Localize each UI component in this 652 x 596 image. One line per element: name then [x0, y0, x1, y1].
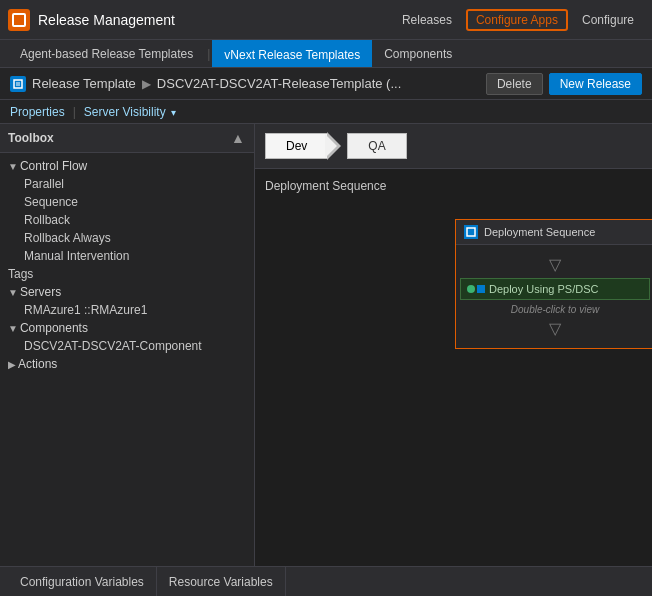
server-visibility-link[interactable]: Server Visibility ▾ [84, 105, 176, 119]
stage-tabs: Dev QA [255, 124, 652, 169]
dep-seq-header: Deployment Sequence [456, 220, 652, 245]
svg-rect-0 [14, 80, 22, 88]
tree-item-manual-intervention[interactable]: Manual Intervention [0, 247, 254, 265]
new-release-button[interactable]: New Release [549, 73, 642, 95]
props-sep: | [73, 105, 76, 119]
delete-button[interactable]: Delete [486, 73, 543, 95]
tree-item-rollback-always[interactable]: Rollback Always [0, 229, 254, 247]
deployment-label: Deployment Sequence [265, 179, 642, 193]
breadcrumb-prefix: Release Template [32, 76, 136, 91]
dep-arrow-bottom: ▽ [460, 319, 650, 338]
breadcrumb-name: DSCV2AT-DSCV2AT-ReleaseTemplate (... [157, 76, 480, 91]
top-bar: Release Management Releases Configure Ap… [0, 0, 652, 40]
tab-qa[interactable]: QA [347, 133, 406, 159]
toolbox-body: ▼ Control Flow Parallel Sequence Rollbac… [0, 153, 254, 566]
tree-item-rmazure1[interactable]: RMAzure1 ::RMAzure1 [0, 301, 254, 319]
tree-item-parallel[interactable]: Parallel [0, 175, 254, 193]
toolbox-panel: Toolbox ▲ ▼ Control Flow Parallel Sequen… [0, 124, 255, 566]
tree-item-servers[interactable]: ▼ Servers [0, 283, 254, 301]
nav-sep: | [205, 47, 212, 61]
release-template-icon [10, 76, 26, 92]
dep-item-label: Deploy Using PS/DSC [489, 283, 598, 295]
nav-configure-apps[interactable]: Configure Apps [466, 9, 568, 31]
bottom-bar: Configuration Variables Resource Variabl… [0, 566, 652, 596]
deployment-sequence-box: Deployment Sequence ▽ Deploy Using PS/DS… [455, 219, 652, 349]
tree-item-actions[interactable]: ▶ Actions [0, 355, 254, 373]
nav-components[interactable]: Components [372, 40, 464, 67]
breadcrumb-bar: Release Template ▶ DSCV2AT-DSCV2AT-Relea… [0, 68, 652, 100]
nav-agent-based[interactable]: Agent-based Release Templates [8, 40, 205, 67]
toolbox-title: Toolbox [8, 131, 54, 145]
dep-item-icons [467, 285, 485, 293]
app-title: Release Management [38, 12, 392, 28]
top-nav: Releases Configure Apps Configure [392, 9, 644, 31]
deployment-area: Deployment Sequence Deployment Sequence … [255, 169, 652, 566]
blue-square-icon [477, 285, 485, 293]
nav-releases[interactable]: Releases [392, 9, 462, 31]
tree-arrow-actions: ▶ [8, 359, 16, 370]
dep-seq-body: ▽ Deploy Using PS/DSC Double-click to vi… [456, 245, 652, 348]
nav-vnext[interactable]: vNext Release Templates [212, 40, 372, 67]
app-logo [8, 9, 30, 31]
dep-item-deploy[interactable]: Deploy Using PS/DSC [460, 278, 650, 300]
tab-config-vars[interactable]: Configuration Variables [8, 567, 157, 596]
props-bar: Properties | Server Visibility ▾ [0, 100, 652, 124]
tree-arrow-control-flow: ▼ [8, 161, 18, 172]
tree-item-dscv2at-component[interactable]: DSCV2AT-DSCV2AT-Component [0, 337, 254, 355]
svg-rect-3 [467, 228, 475, 236]
secondary-nav: Agent-based Release Templates | vNext Re… [0, 40, 652, 68]
toolbox-header: Toolbox ▲ [0, 124, 254, 153]
tree-item-rollback[interactable]: Rollback [0, 211, 254, 229]
dep-arrow-top: ▽ [460, 255, 650, 274]
toolbox-collapse-button[interactable]: ▲ [230, 130, 246, 146]
breadcrumb-arrow: ▶ [142, 77, 151, 91]
dep-item-subtext: Double-click to view [460, 304, 650, 315]
properties-link[interactable]: Properties [10, 105, 65, 119]
tree-arrow-servers: ▼ [8, 287, 18, 298]
tree-item-tags[interactable]: Tags [0, 265, 254, 283]
tab-dev[interactable]: Dev [265, 133, 328, 159]
tree-item-sequence[interactable]: Sequence [0, 193, 254, 211]
tree-item-components[interactable]: ▼ Components [0, 319, 254, 337]
tree-arrow-components: ▼ [8, 323, 18, 334]
green-circle-icon [467, 285, 475, 293]
right-panel: Dev QA Deployment Sequence Deployment Se… [255, 124, 652, 566]
nav-configure[interactable]: Configure [572, 9, 644, 31]
dep-seq-title: Deployment Sequence [484, 226, 595, 238]
stage-arrow-icon [327, 132, 341, 160]
dep-seq-icon [464, 225, 478, 239]
tab-resource-vars[interactable]: Resource Variables [157, 567, 286, 596]
main-content: Toolbox ▲ ▼ Control Flow Parallel Sequen… [0, 124, 652, 566]
tree-item-control-flow[interactable]: ▼ Control Flow [0, 157, 254, 175]
